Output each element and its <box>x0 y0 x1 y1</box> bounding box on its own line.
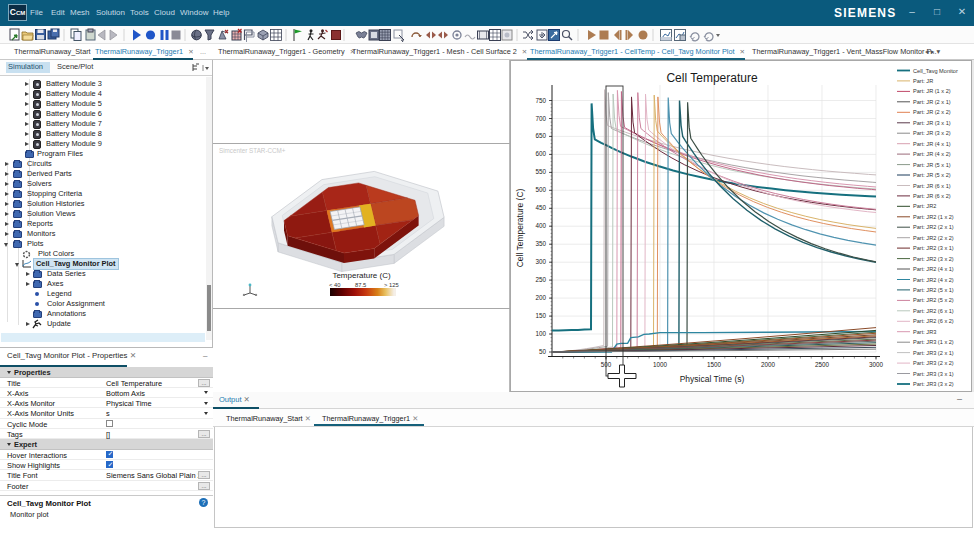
svg-text:Cell_Tavg Monitor: Cell_Tavg Monitor <box>913 68 958 74</box>
svg-text:Part: JR2 (4 x 2): Part: JR2 (4 x 2) <box>913 277 954 283</box>
svg-text:100: 100 <box>535 330 546 337</box>
svg-text:Part: JR (5 x 2): Part: JR (5 x 2) <box>913 172 951 178</box>
svg-text:350: 350 <box>535 240 546 247</box>
svg-text:Part: JR (3 x 1): Part: JR (3 x 1) <box>913 120 951 126</box>
svg-text:2000: 2000 <box>761 361 776 368</box>
svg-text:Part: JR (4 x 1): Part: JR (4 x 1) <box>913 141 951 147</box>
svg-text:250: 250 <box>535 276 546 283</box>
svg-text:Cell Temperature: Cell Temperature <box>666 71 757 85</box>
svg-text:50: 50 <box>539 348 547 355</box>
svg-text:Part: JR2 (6 x 2): Part: JR2 (6 x 2) <box>913 318 954 324</box>
svg-text:600: 600 <box>535 150 546 157</box>
svg-text:Part: JR2 (2 x 1): Part: JR2 (2 x 1) <box>913 224 954 230</box>
svg-text:700: 700 <box>535 115 546 122</box>
svg-text:Part: JR2 (6 x 1): Part: JR2 (6 x 1) <box>913 308 954 314</box>
svg-text:300: 300 <box>535 258 546 265</box>
svg-text:Part: JR3: Part: JR3 <box>913 329 936 335</box>
svg-text:Part: JR3 (3 x 1): Part: JR3 (3 x 1) <box>913 371 954 377</box>
svg-text:750: 750 <box>535 97 546 104</box>
svg-text:150: 150 <box>535 312 546 319</box>
svg-text:Part: JR (3 x 2): Part: JR (3 x 2) <box>913 130 951 136</box>
svg-text:1000: 1000 <box>653 361 668 368</box>
svg-text:Part: JR (5 x 1): Part: JR (5 x 1) <box>913 162 951 168</box>
svg-text:Part: JR3 (2 x 1): Part: JR3 (2 x 1) <box>913 350 954 356</box>
svg-text:500: 500 <box>535 186 546 193</box>
svg-text:Part: JR (4 x 2): Part: JR (4 x 2) <box>913 151 951 157</box>
svg-text:Part: JR2 (5 x 2): Part: JR2 (5 x 2) <box>913 297 954 303</box>
svg-text:450: 450 <box>535 204 546 211</box>
svg-text:650: 650 <box>535 132 546 139</box>
svg-text:2500: 2500 <box>815 361 830 368</box>
svg-text:Part: JR2 (3 x 1): Part: JR2 (3 x 1) <box>913 245 954 251</box>
svg-text:Part: JR2: Part: JR2 <box>913 203 936 209</box>
svg-text:Part: JR3 (2 x 2): Part: JR3 (2 x 2) <box>913 360 954 366</box>
svg-text:Part: JR2 (4 x 1): Part: JR2 (4 x 1) <box>913 266 954 272</box>
svg-text:400: 400 <box>535 222 546 229</box>
svg-text:Physical Time (s): Physical Time (s) <box>680 374 745 384</box>
svg-text:Part: JR3 (3 x 2): Part: JR3 (3 x 2) <box>913 381 954 387</box>
svg-text:Part: JR2 (2 x 2): Part: JR2 (2 x 2) <box>913 235 954 241</box>
svg-text:Cell Temperature (C): Cell Temperature (C) <box>515 188 525 267</box>
svg-text:Part: JR2 (3 x 2): Part: JR2 (3 x 2) <box>913 256 954 262</box>
svg-text:Part: JR (6 x 2): Part: JR (6 x 2) <box>913 193 951 199</box>
svg-text:Part: JR (1 x 2): Part: JR (1 x 2) <box>913 88 951 94</box>
svg-text:3000: 3000 <box>869 361 884 368</box>
svg-text:Part: JR2 (5 x 1): Part: JR2 (5 x 1) <box>913 287 954 293</box>
svg-text:Part: JR (2 x 2): Part: JR (2 x 2) <box>913 109 951 115</box>
svg-text:550: 550 <box>535 168 546 175</box>
svg-text:Part: JR: Part: JR <box>913 78 933 84</box>
svg-text:Part: JR (2 x 1): Part: JR (2 x 1) <box>913 99 951 105</box>
svg-text:Part: JR2 (1 x 2): Part: JR2 (1 x 2) <box>913 214 954 220</box>
svg-text:Part: JR3 (1 x 2): Part: JR3 (1 x 2) <box>913 339 954 345</box>
svg-text:Part: JR (6 x 1): Part: JR (6 x 1) <box>913 183 951 189</box>
svg-text:1500: 1500 <box>707 361 722 368</box>
svg-text:200: 200 <box>535 294 546 301</box>
